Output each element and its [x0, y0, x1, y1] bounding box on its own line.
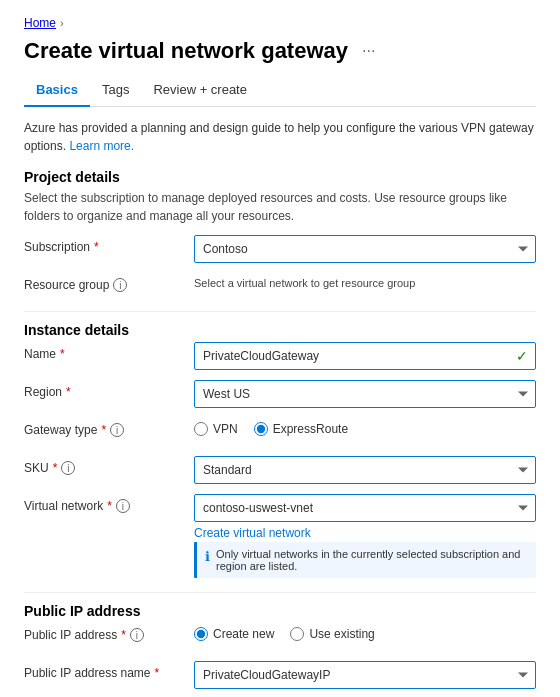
- vnet-control: contoso-uswest-vnet Create virtual netwo…: [194, 494, 536, 582]
- gateway-type-radio-group: VPN ExpressRoute: [194, 418, 536, 436]
- public-ip-name-row: Public IP address name * PrivateCloudGat…: [24, 661, 536, 689]
- vnet-required: *: [107, 499, 112, 513]
- gateway-type-label: Gateway type * i: [24, 418, 194, 437]
- sku-row: SKU * i Standard: [24, 456, 536, 484]
- page-title: Create virtual network gateway: [24, 38, 348, 64]
- project-details-title: Project details: [24, 169, 536, 185]
- public-ip-name-control: PrivateCloudGatewayIP: [194, 661, 536, 689]
- public-ip-name-dropdown-wrapper: PrivateCloudGatewayIP: [194, 661, 536, 689]
- project-details-desc: Select the subscription to manage deploy…: [24, 189, 536, 225]
- create-new-radio[interactable]: [194, 627, 208, 641]
- use-existing-radio[interactable]: [290, 627, 304, 641]
- tab-basics[interactable]: Basics: [24, 76, 90, 107]
- tab-tags[interactable]: Tags: [90, 76, 141, 107]
- sku-label: SKU * i: [24, 456, 194, 475]
- vnet-info-icon[interactable]: i: [116, 499, 130, 513]
- subscription-select[interactable]: Contoso: [194, 235, 536, 263]
- public-ip-name-label: Public IP address name *: [24, 661, 194, 680]
- subscription-row: Subscription * Contoso: [24, 235, 536, 263]
- public-ip-required: *: [121, 628, 126, 642]
- public-ip-name-required: *: [155, 666, 160, 680]
- resource-group-help: Select a virtual network to get resource…: [194, 273, 536, 289]
- sku-required: *: [53, 461, 58, 475]
- gateway-vpn-label: VPN: [213, 422, 238, 436]
- region-dropdown-wrapper: West US: [194, 380, 536, 408]
- create-new-option[interactable]: Create new: [194, 627, 274, 641]
- subscription-required: *: [94, 240, 99, 254]
- region-control: West US: [194, 380, 536, 408]
- resource-group-label: Resource group i: [24, 273, 194, 292]
- use-existing-label: Use existing: [309, 627, 374, 641]
- instance-details-title: Instance details: [24, 322, 536, 338]
- vnet-info-note: ℹ Only virtual networks in the currently…: [194, 542, 536, 578]
- vnet-select[interactable]: contoso-uswest-vnet: [194, 494, 536, 522]
- name-label: Name *: [24, 342, 194, 361]
- gateway-expressroute-label: ExpressRoute: [273, 422, 348, 436]
- vnet-dropdown-wrapper: contoso-uswest-vnet: [194, 494, 536, 522]
- sku-control: Standard: [194, 456, 536, 484]
- page-title-row: Create virtual network gateway ···: [24, 38, 536, 64]
- subscription-label: Subscription *: [24, 235, 194, 254]
- breadcrumb: Home ›: [24, 16, 536, 30]
- name-row: Name * ✓: [24, 342, 536, 370]
- create-new-label: Create new: [213, 627, 274, 641]
- name-control: ✓: [194, 342, 536, 370]
- section-divider-2: [24, 592, 536, 593]
- info-bar: Azure has provided a planning and design…: [24, 119, 536, 155]
- public-ip-name-select[interactable]: PrivateCloudGatewayIP: [194, 661, 536, 689]
- tab-review[interactable]: Review + create: [141, 76, 259, 107]
- resource-group-row: Resource group i Select a virtual networ…: [24, 273, 536, 301]
- region-required: *: [66, 385, 71, 399]
- name-input[interactable]: [194, 342, 536, 370]
- gateway-vpn-option[interactable]: VPN: [194, 422, 238, 436]
- sku-select[interactable]: Standard: [194, 456, 536, 484]
- ellipsis-button[interactable]: ···: [356, 40, 381, 62]
- breadcrumb-separator: ›: [60, 17, 64, 29]
- gateway-vpn-radio[interactable]: [194, 422, 208, 436]
- resource-group-control: Select a virtual network to get resource…: [194, 273, 536, 289]
- gateway-expressroute-radio[interactable]: [254, 422, 268, 436]
- name-check-icon: ✓: [516, 348, 528, 364]
- public-ip-radio-group: Create new Use existing: [194, 623, 536, 641]
- public-ip-info-icon[interactable]: i: [130, 628, 144, 642]
- sku-dropdown-wrapper: Standard: [194, 456, 536, 484]
- resource-group-info-icon[interactable]: i: [113, 278, 127, 292]
- subscription-control: Contoso: [194, 235, 536, 263]
- learn-more-link[interactable]: Learn more.: [69, 139, 134, 153]
- name-input-wrapper: ✓: [194, 342, 536, 370]
- section-divider-1: [24, 311, 536, 312]
- breadcrumb-home[interactable]: Home: [24, 16, 56, 30]
- public-ip-label: Public IP address * i: [24, 623, 194, 642]
- vnet-info-note-icon: ℹ: [205, 549, 210, 564]
- public-ip-control: Create new Use existing: [194, 623, 536, 641]
- use-existing-option[interactable]: Use existing: [290, 627, 374, 641]
- gateway-type-control: VPN ExpressRoute: [194, 418, 536, 436]
- region-label: Region *: [24, 380, 194, 399]
- public-ip-title: Public IP address: [24, 603, 536, 619]
- gateway-type-required: *: [101, 423, 106, 437]
- gateway-type-info-icon[interactable]: i: [110, 423, 124, 437]
- vnet-label: Virtual network * i: [24, 494, 194, 513]
- vnet-info-note-text: Only virtual networks in the currently s…: [216, 548, 528, 572]
- subscription-dropdown-wrapper: Contoso: [194, 235, 536, 263]
- create-vnet-link[interactable]: Create virtual network: [194, 526, 311, 540]
- gateway-type-row: Gateway type * i VPN ExpressRoute: [24, 418, 536, 446]
- region-row: Region * West US: [24, 380, 536, 408]
- sku-info-icon[interactable]: i: [61, 461, 75, 475]
- vnet-row: Virtual network * i contoso-uswest-vnet …: [24, 494, 536, 582]
- gateway-expressroute-option[interactable]: ExpressRoute: [254, 422, 348, 436]
- public-ip-row: Public IP address * i Create new Use exi…: [24, 623, 536, 651]
- tab-bar: Basics Tags Review + create: [24, 76, 536, 107]
- region-select[interactable]: West US: [194, 380, 536, 408]
- name-required: *: [60, 347, 65, 361]
